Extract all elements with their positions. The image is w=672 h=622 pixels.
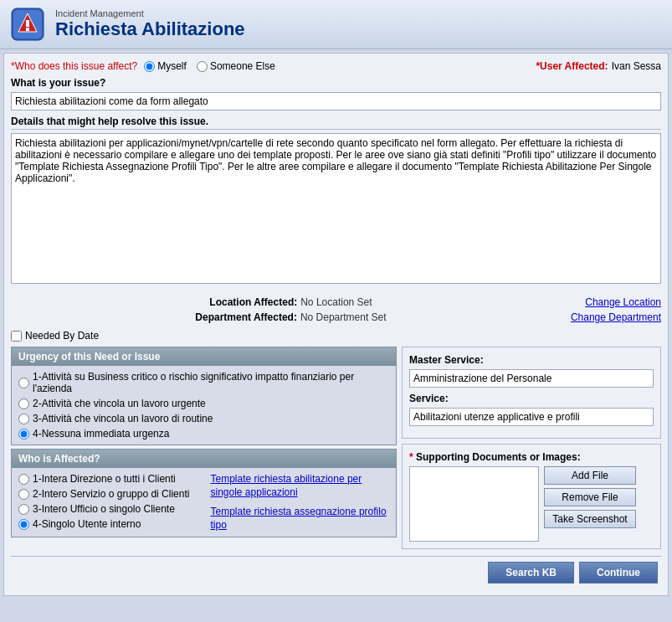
content-area: *Who does this issue affect? Myself Some…: [3, 53, 669, 596]
change-department-link[interactable]: Change Department: [571, 311, 661, 323]
urgency-option-3[interactable]: 3-Attività che vincola un lavoro di rout…: [18, 413, 389, 424]
needed-by-date-checkbox[interactable]: [11, 331, 22, 342]
template-link-2[interactable]: Template richiesta assegnazione profilo …: [211, 506, 390, 532]
who-radio-2[interactable]: [18, 489, 29, 500]
header: Incident Management Richiesta Abilitazio…: [0, 0, 672, 49]
docs-content: Add File Remove File Take Screenshot: [409, 466, 654, 542]
urgency-box: Urgency of this Need or Issue 1-Attività…: [11, 347, 397, 445]
details-textarea[interactable]: Richiesta abilitazioni per applicazioni/…: [11, 133, 661, 284]
who-links: Template richiesta abilitazione per sing…: [204, 468, 397, 537]
myself-radio[interactable]: [144, 61, 155, 72]
who-label-3: 3-Intero Ufficio o singolo Cliente: [33, 503, 175, 515]
service-input[interactable]: [409, 408, 654, 426]
affect-row: *Who does this issue affect? Myself Some…: [11, 60, 661, 72]
user-affected-label: *User Affected:: [536, 60, 608, 72]
someone-else-label: Someone Else: [210, 60, 275, 72]
service-box: Master Service: Service:: [402, 347, 661, 439]
someone-else-option[interactable]: Someone Else: [197, 60, 275, 72]
issue-input[interactable]: [11, 92, 661, 111]
master-service-label: Master Service:: [409, 354, 654, 366]
details-label: Details that might help resolve this iss…: [11, 116, 661, 130]
urgency-radio-2[interactable]: [18, 398, 29, 409]
urgency-option-4[interactable]: 4-Nessuna immediata urgenza: [18, 428, 389, 440]
master-service-input[interactable]: [409, 369, 654, 388]
user-affected-section: *User Affected: Ivan Sessa: [536, 60, 661, 72]
take-screenshot-button[interactable]: Take Screenshot: [544, 510, 636, 528]
location-affected-value: No Location Set: [300, 296, 372, 308]
header-text: Incident Management Richiesta Abilitazio…: [55, 8, 245, 40]
left-panel: Urgency of this Need or Issue 1-Attività…: [11, 347, 397, 549]
urgency-radio-3[interactable]: [18, 414, 29, 424]
header-title: Richiesta Abilitazione: [55, 18, 245, 40]
right-panel: Master Service: Service: * Supporting Do…: [402, 347, 661, 549]
someone-else-radio[interactable]: [197, 61, 208, 72]
affect-question: *Who does this issue affect?: [11, 60, 137, 72]
location-item: Location Affected: No Location Set: [11, 296, 571, 308]
myself-option[interactable]: Myself: [144, 60, 187, 72]
issue-label: What is your issue?: [11, 77, 661, 89]
location-links: Change Location Change Department: [571, 296, 661, 323]
needed-by-date-row: Needed By Date: [11, 330, 661, 342]
who-option-3[interactable]: 3-Intero Ufficio o singolo Cliente: [18, 503, 197, 515]
urgency-radio-4[interactable]: [18, 429, 29, 440]
department-affected-label: Department Affected:: [195, 311, 297, 323]
urgency-option-2[interactable]: 2-Attività che vincola un lavoro urgente: [18, 398, 389, 409]
search-kb-button[interactable]: Search KB: [488, 562, 574, 583]
urgency-options: 1-Attività su Business critico o rischio…: [12, 366, 396, 445]
location-row: Location Affected: No Location Set Depar…: [11, 293, 661, 326]
myself-label: Myself: [157, 60, 187, 72]
bottom-panels: Urgency of this Need or Issue 1-Attività…: [11, 347, 661, 549]
needed-by-date-label[interactable]: Needed By Date: [25, 330, 99, 342]
bottom-buttons: Search KB Continue: [11, 556, 661, 589]
who-affected-header: Who is Affected?: [12, 450, 396, 468]
header-subtitle: Incident Management: [55, 8, 245, 18]
change-location-link[interactable]: Change Location: [571, 296, 661, 308]
docs-area: [409, 466, 539, 542]
urgency-option-1[interactable]: 1-Attività su Business critico o rischio…: [18, 371, 389, 394]
incident-icon: [10, 7, 45, 42]
who-radio-3[interactable]: [18, 504, 29, 515]
urgency-label-3: 3-Attività che vincola un lavoro di rout…: [33, 413, 213, 424]
user-affected-value: Ivan Sessa: [612, 60, 661, 72]
main-container: Incident Management Richiesta Abilitazio…: [0, 0, 672, 596]
urgency-radio-1[interactable]: [18, 378, 29, 388]
who-option-1[interactable]: 1-Intera Direzione o tutti i Clienti: [18, 473, 197, 485]
remove-file-button[interactable]: Remove File: [544, 488, 636, 506]
who-radio-4[interactable]: [18, 519, 29, 530]
docs-box: * Supporting Documents or Images: Add Fi…: [402, 444, 661, 549]
department-item: Department Affected: No Department Set: [11, 311, 571, 323]
service-label: Service:: [409, 393, 654, 404]
who-bottom: 1-Intera Direzione o tutti i Clienti 2-I…: [12, 468, 396, 537]
who-label-4: 4-Singolo Utente interno: [33, 518, 141, 530]
template-link-1[interactable]: Template richiesta abilitazione per sing…: [211, 473, 390, 499]
department-affected-value: No Department Set: [300, 311, 387, 323]
urgency-header: Urgency of this Need or Issue: [12, 347, 396, 366]
who-radio-1[interactable]: [18, 474, 29, 485]
svg-rect-3: [26, 20, 29, 27]
location-info: Location Affected: No Location Set Depar…: [11, 296, 571, 323]
required-star: *: [409, 451, 416, 463]
continue-button[interactable]: Continue: [579, 562, 658, 583]
svg-rect-4: [26, 28, 29, 31]
who-affected-box: Who is Affected? 1-Intera Direzione o tu…: [11, 449, 397, 537]
location-affected-label: Location Affected:: [209, 296, 297, 308]
who-label-2: 2-Intero Servizio o gruppo di Clienti: [33, 488, 189, 500]
urgency-label-1: 1-Attività su Business critico o rischio…: [33, 371, 389, 394]
urgency-label-4: 4-Nessuna immediata urgenza: [33, 428, 169, 440]
add-file-button[interactable]: Add File: [544, 466, 636, 485]
supporting-docs-label: * Supporting Documents or Images:: [409, 451, 654, 463]
docs-buttons: Add File Remove File Take Screenshot: [544, 466, 636, 542]
affect-radio-group: Myself Someone Else: [144, 60, 275, 72]
who-label-1: 1-Intera Direzione o tutti i Clienti: [33, 473, 176, 485]
urgency-label-2: 2-Attività che vincola un lavoro urgente: [33, 398, 206, 409]
who-options: 1-Intera Direzione o tutti i Clienti 2-I…: [12, 468, 204, 537]
who-option-4[interactable]: 4-Singolo Utente interno: [18, 518, 197, 530]
who-option-2[interactable]: 2-Intero Servizio o gruppo di Clienti: [18, 488, 197, 500]
